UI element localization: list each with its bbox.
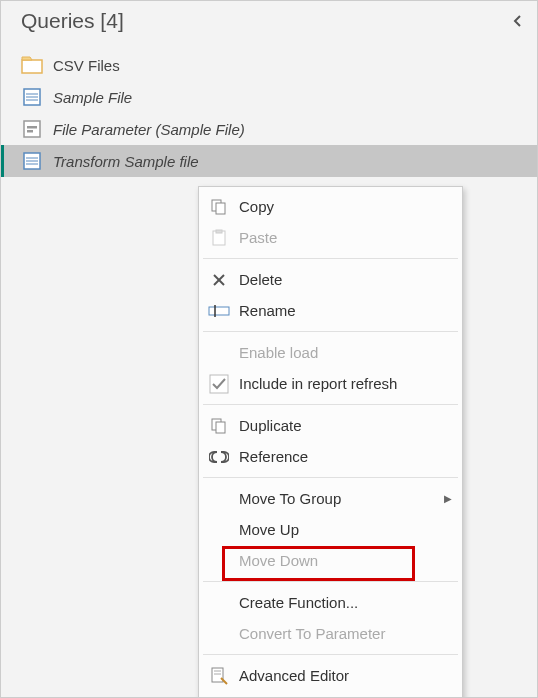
duplicate-icon <box>205 414 233 438</box>
menu-move-to-group[interactable]: Move To Group ▶ <box>199 483 462 514</box>
menu-separator <box>203 404 458 405</box>
menu-separator <box>203 654 458 655</box>
menu-label: Convert To Parameter <box>239 625 385 642</box>
rename-icon <box>205 299 233 323</box>
menu-separator <box>203 581 458 582</box>
menu-move-up[interactable]: Move Up <box>199 514 462 545</box>
queries-panel-title: Queries [4] <box>21 9 124 33</box>
svg-rect-7 <box>27 130 33 133</box>
menu-label: Enable load <box>239 344 318 361</box>
svg-rect-0 <box>22 60 42 73</box>
query-item-sample-file[interactable]: Sample File <box>1 81 537 113</box>
query-label: CSV Files <box>53 57 120 74</box>
menu-advanced-editor[interactable]: Advanced Editor <box>199 660 462 691</box>
queries-list: CSV Files Sample File File Parameter (Sa… <box>1 41 537 177</box>
context-menu: Copy Paste Delete Rename <box>198 186 463 698</box>
menu-label: Move To Group <box>239 490 341 507</box>
menu-separator <box>203 477 458 478</box>
svg-rect-23 <box>212 668 223 682</box>
parameter-icon <box>21 118 43 140</box>
menu-label: Rename <box>239 302 296 319</box>
menu-delete[interactable]: Delete <box>199 264 462 295</box>
menu-paste: Paste <box>199 222 462 253</box>
menu-convert-to-parameter: Convert To Parameter <box>199 618 462 649</box>
copy-icon <box>205 195 233 219</box>
query-label: Transform Sample file <box>53 153 199 170</box>
menu-copy[interactable]: Copy <box>199 191 462 222</box>
svg-rect-5 <box>24 121 40 137</box>
menu-label: Delete <box>239 271 282 288</box>
query-label: Sample File <box>53 89 132 106</box>
properties-icon <box>205 695 233 699</box>
menu-label: Move Down <box>239 552 318 569</box>
advanced-editor-icon <box>205 664 233 688</box>
menu-rename[interactable]: Rename <box>199 295 462 326</box>
menu-label: Paste <box>239 229 277 246</box>
queries-panel-header: Queries [4] <box>1 1 537 41</box>
menu-enable-load: Enable load <box>199 337 462 368</box>
menu-label: Reference <box>239 448 308 465</box>
menu-label: Advanced Editor <box>239 667 349 684</box>
submenu-arrow-icon: ▶ <box>444 493 452 504</box>
menu-create-function[interactable]: Create Function... <box>199 587 462 618</box>
menu-properties[interactable]: Properties... <box>199 691 462 698</box>
menu-reference[interactable]: Reference <box>199 441 462 472</box>
menu-separator <box>203 331 458 332</box>
menu-label: Create Function... <box>239 594 358 611</box>
menu-include-refresh[interactable]: Include in report refresh <box>199 368 462 399</box>
menu-separator <box>203 258 458 259</box>
menu-move-down: Move Down <box>199 545 462 576</box>
menu-label: Copy <box>239 198 274 215</box>
query-item-csv-files[interactable]: CSV Files <box>1 49 537 81</box>
svg-rect-15 <box>216 230 222 233</box>
svg-rect-13 <box>216 203 225 214</box>
delete-icon <box>205 268 233 292</box>
svg-rect-22 <box>216 422 225 433</box>
svg-rect-18 <box>209 307 229 315</box>
sheet-icon <box>21 150 43 172</box>
reference-icon <box>205 445 233 469</box>
svg-rect-6 <box>27 126 37 129</box>
query-item-transform-sample[interactable]: Transform Sample file <box>1 145 537 177</box>
menu-label: Include in report refresh <box>239 375 397 392</box>
menu-label: Duplicate <box>239 417 302 434</box>
menu-label: Move Up <box>239 521 299 538</box>
collapse-chevron-icon[interactable] <box>511 9 525 33</box>
query-label: File Parameter (Sample File) <box>53 121 245 138</box>
svg-rect-20 <box>210 375 228 393</box>
query-item-file-parameter[interactable]: File Parameter (Sample File) <box>1 113 537 145</box>
menu-duplicate[interactable]: Duplicate <box>199 410 462 441</box>
paste-icon <box>205 226 233 250</box>
checkmark-icon <box>205 372 233 396</box>
sheet-icon <box>21 86 43 108</box>
folder-icon <box>21 54 43 76</box>
